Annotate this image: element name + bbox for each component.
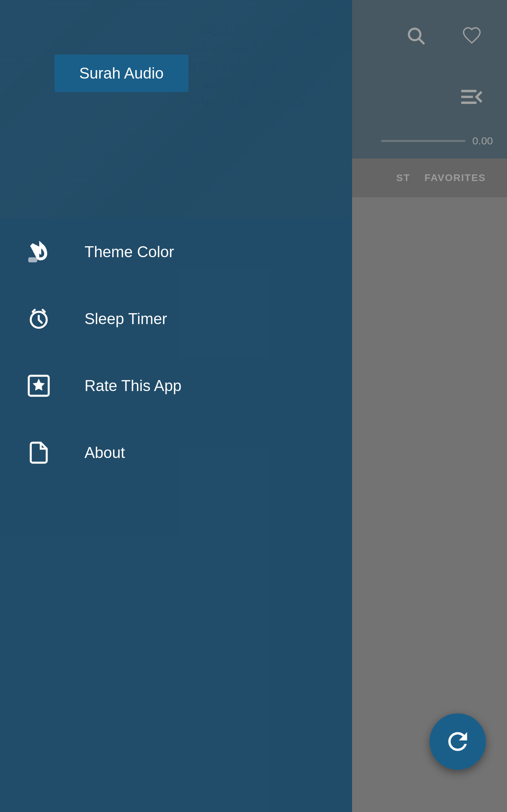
theme-color-label: Theme Color — [84, 243, 174, 261]
menu-item-theme-color[interactable]: Theme Color — [0, 218, 352, 285]
menu-items-list: Theme Color Sleep Timer Rate This App — [0, 218, 352, 486]
file-icon — [25, 439, 53, 467]
refresh-icon — [444, 727, 472, 756]
app-title: Surah Audio — [79, 64, 164, 82]
fab-refresh-button[interactable] — [430, 713, 486, 770]
about-label: About — [84, 444, 125, 461]
menu-item-rate-app[interactable]: Rate This App — [0, 352, 352, 419]
sidebar-drawer: Surah Audio Theme Color Sleep Ti — [0, 0, 352, 812]
sleep-timer-label: Sleep Timer — [84, 310, 167, 328]
sidebar-overlay[interactable] — [352, 0, 507, 812]
star-box-icon — [25, 372, 53, 400]
clock-icon — [25, 305, 53, 333]
sidebar-title-bar: Surah Audio — [55, 55, 188, 92]
rate-app-label: Rate This App — [84, 377, 182, 395]
menu-item-about[interactable]: About — [0, 419, 352, 486]
paint-bucket-icon — [25, 238, 53, 266]
svg-rect-2 — [29, 258, 37, 262]
menu-item-sleep-timer[interactable]: Sleep Timer — [0, 285, 352, 352]
